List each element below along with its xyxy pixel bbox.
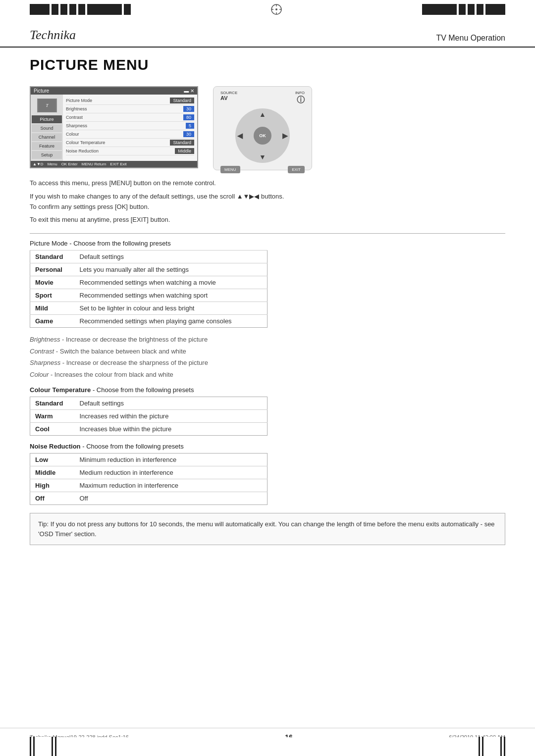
tv-label-contrast: Contrast (66, 115, 83, 120)
top-block-7 (124, 4, 131, 15)
table-cell-label: Movie (30, 276, 75, 289)
tv-bottom-atd: ▲▼D (33, 162, 44, 166)
table-cell-value: Set to be lighter in colour and less bri… (75, 302, 268, 315)
table-cell-value: Recommended settings when watching a mov… (75, 276, 268, 289)
remote-control-section: SOURCE AV INFO ⓘ ▲ ▼ ◀ ▶ OK MENU (213, 86, 312, 170)
table-cell-label: Standard (30, 251, 75, 263)
tv-row-contrast: Contrast 80 (66, 113, 194, 122)
table-cell-label: Sport (30, 289, 75, 302)
table-cell-value: Lets you manually alter all the settings (75, 263, 268, 276)
noise-reduction-table: Low Minimum reduction in interference Mi… (30, 453, 268, 505)
info-brightness-label: Brightness (30, 336, 60, 343)
info-brightness: Brightness - Increase or decrease the br… (30, 335, 505, 345)
top-block-2 (52, 4, 58, 15)
tv-title-label: Picture (34, 88, 49, 94)
table-row: High Maximum reduction in interference (30, 479, 268, 492)
top-block-6 (87, 4, 122, 15)
instruction-line2-text: If you wish to make changes to any of th… (30, 193, 235, 200)
bottom-bar-left (30, 737, 56, 756)
tv-row-colourtemp: Colour Temperature Standard (66, 139, 194, 147)
bottom-bar-right (479, 737, 505, 756)
tv-content: T Picture Sound Channel Feature Setup Pi… (31, 95, 197, 161)
instruction-line2: If you wish to make changes to any of th… (30, 192, 505, 212)
tv-sidebar-setup: Setup (32, 151, 62, 159)
table-row: Low Minimum reduction in interference (30, 454, 268, 466)
info-brightness-text: - Increase or decrease the brightness of… (62, 336, 208, 343)
tv-row-sharpness: Sharpness 5 (66, 122, 194, 130)
remote-av-label: AV (220, 95, 237, 101)
dpad-up-arrow: ▲ (259, 110, 266, 118)
tv-bottom-exit: EXIT Exit (110, 162, 126, 166)
top-decorative-bar (0, 0, 535, 19)
table-cell-value: Medium reduction in interference (75, 466, 268, 479)
remote-source-group: SOURCE AV (220, 91, 237, 105)
remote-control: SOURCE AV INFO ⓘ ▲ ▼ ◀ ▶ OK MENU (213, 86, 312, 170)
table-cell-label: Off (30, 492, 75, 505)
tv-bottom-return: MENU Return (82, 162, 107, 166)
colour-temp-section: Colour Temperature - Choose from the fol… (0, 386, 535, 436)
instructions-section: To access this menu, press [MENU] button… (0, 178, 535, 225)
table-row: Cool Increases blue within the picture (30, 423, 268, 436)
tv-row-colour: Colour 30 (66, 130, 194, 139)
tv-title-bar: Picture ▬ ✕ (31, 87, 197, 95)
tv-sidebar-sound: Sound (32, 124, 62, 132)
page-title-section: PICTURE MENU (0, 56, 535, 86)
remote-top-row: SOURCE AV INFO ⓘ (216, 90, 309, 106)
tv-logo: T (37, 99, 57, 112)
bottom-block-r1 (479, 737, 480, 756)
tv-sidebar-channel: Channel (32, 133, 62, 141)
top-bar-right-blocks (422, 4, 505, 15)
instruction-line3: To confirm any settings press [OK] butto… (30, 203, 149, 210)
instruction-line4: To exit this menu at anytime, press [EXI… (30, 215, 505, 225)
picture-mode-section: Picture Mode - Choose from the following… (0, 240, 535, 328)
table-cell-label: Cool (30, 423, 75, 436)
remote-menu-button[interactable]: MENU (220, 166, 240, 173)
table-cell-value: Default settings (75, 251, 268, 263)
tv-row-picturemode: Picture Mode Standard (66, 97, 194, 105)
remote-info-label: INFO (295, 91, 305, 95)
table-row: Mild Set to be lighter in colour and les… (30, 302, 268, 315)
table-cell-value: Minimum reduction in interference (75, 454, 268, 466)
tv-bottom-ok: OK Enter (61, 162, 78, 166)
tv-value-picturemode: Standard (170, 98, 194, 103)
info-colour-text: - Increases the colour from black and wh… (51, 371, 173, 378)
table-cell-label: Mild (30, 302, 75, 315)
bottom-block-l2 (33, 737, 53, 756)
table-row: Off Off (30, 492, 268, 505)
table-row: Game Recommended settings when playing g… (30, 315, 268, 328)
dpad-down-arrow: ▼ (259, 153, 266, 161)
top-block-3 (60, 4, 67, 15)
dpad-right-arrow: ▶ (282, 132, 288, 140)
info-contrast-label: Contrast (30, 348, 54, 355)
table-cell-label: Personal (30, 263, 75, 276)
top-block-1 (30, 4, 50, 15)
bottom-block-l3 (55, 737, 56, 756)
table-cell-value: Increases blue within the picture (75, 423, 268, 436)
header-title: TV Menu Operation (436, 34, 505, 43)
page-title: PICTURE MENU (30, 56, 505, 73)
tv-title-right: ▬ ✕ (184, 88, 194, 94)
colour-temp-table: Standard Default settings Warm Increases… (30, 397, 268, 436)
colour-temp-header: Colour Temperature - Choose from the fol… (30, 386, 505, 394)
noise-reduction-header-rest: - Choose from the following presets (81, 443, 184, 450)
bottom-block-r2 (482, 737, 502, 756)
instruction-line2b: buttons. (261, 193, 284, 200)
tv-value-colourtemp: Standard (170, 140, 194, 146)
tv-value-noise: Middle (175, 148, 194, 154)
noise-reduction-header-bold: Noise Reduction (30, 443, 81, 450)
remote-bottom-row: MENU EXIT (216, 165, 309, 174)
tv-bottom-menu: Menu (48, 162, 57, 166)
dpad-ok-button[interactable]: OK (254, 127, 271, 145)
dpad-left-arrow: ◀ (237, 132, 243, 140)
tv-label-colourtemp: Colour Temperature (66, 140, 105, 145)
table-cell-label: Low (30, 454, 75, 466)
instruction-line1: To access this menu, press [MENU] button… (30, 178, 505, 189)
tip-text: Tip: If you do not press any buttons for… (38, 520, 495, 538)
top-block-4 (69, 4, 76, 15)
divider-1 (30, 233, 505, 234)
table-cell-label: Standard (30, 397, 75, 410)
tip-box: Tip: If you do not press any buttons for… (30, 513, 505, 545)
tv-remote-section: Picture ▬ ✕ T Picture Sound Channel Feat… (0, 86, 535, 170)
remote-exit-button[interactable]: EXIT (288, 166, 305, 173)
table-row: Sport Recommended settings when watching… (30, 289, 268, 302)
